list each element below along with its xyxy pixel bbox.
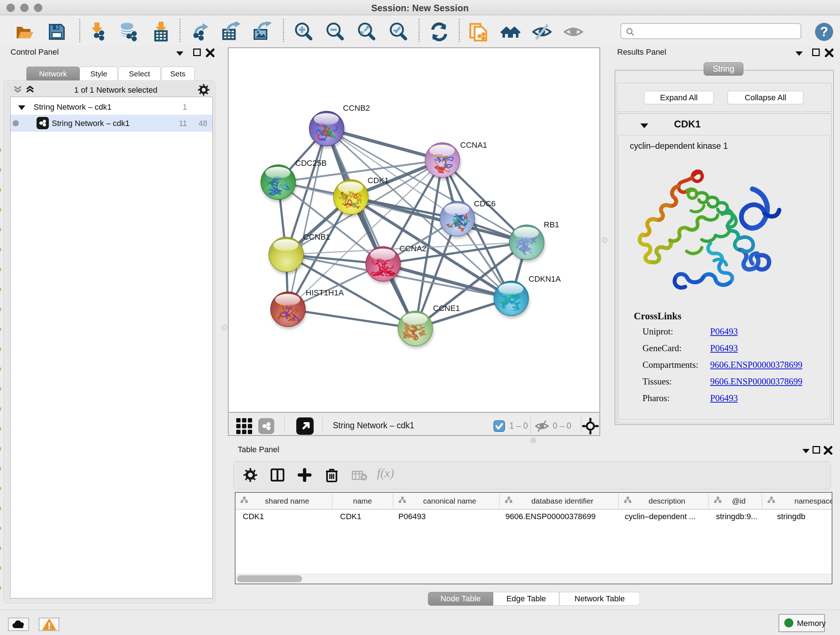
svg-text:CDC6: CDC6 [474, 199, 496, 208]
svg-text:?: ? [820, 24, 828, 39]
svg-text:HIST1H1A: HIST1H1A [306, 288, 344, 297]
svg-text:CCNE1: CCNE1 [433, 304, 460, 313]
svg-text:CCNA1: CCNA1 [460, 141, 487, 149]
svg-text:CDK1: CDK1 [368, 176, 389, 185]
svg-text:CDC25B: CDC25B [295, 158, 327, 168]
svg-text:CCNB2: CCNB2 [343, 103, 370, 112]
svg-text:CCNB1: CCNB1 [303, 233, 330, 241]
svg-text:CDKN1A: CDKN1A [529, 274, 561, 283]
svg-text:CCNA2: CCNA2 [399, 244, 426, 253]
svg-text:RB1: RB1 [544, 220, 559, 229]
